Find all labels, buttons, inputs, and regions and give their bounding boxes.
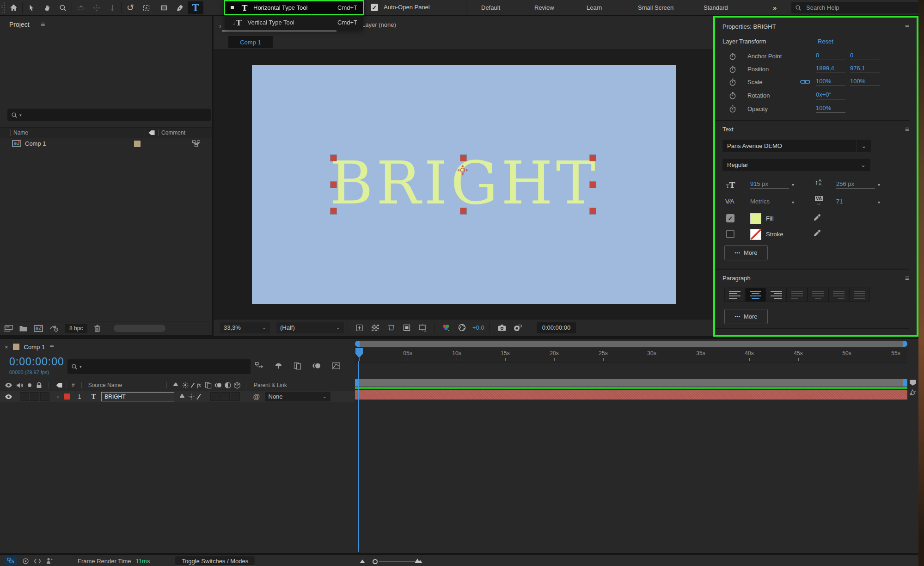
stopwatch-icon[interactable] [729, 65, 736, 73]
position-y-field[interactable]: 976,1 [850, 65, 880, 73]
collapse-transformations-icon[interactable] [182, 382, 189, 388]
selection-tool-button[interactable] [24, 1, 39, 14]
column-parent-link[interactable]: Parent & Link [254, 382, 287, 388]
exposure-value[interactable]: +0,0 [472, 324, 484, 331]
exposure-reset-button[interactable] [454, 321, 470, 334]
justify-all-button[interactable] [849, 288, 870, 302]
position-x-field[interactable]: 1899,4 [816, 65, 845, 73]
rotation-tool-button[interactable]: ↺ [122, 1, 138, 14]
font-family-chevron-button[interactable]: ⌄ [857, 140, 871, 152]
resolution-dropdown[interactable]: (Half)⌄ [276, 322, 344, 333]
stopwatch-icon[interactable] [729, 78, 736, 86]
orbit-camera-tool-button[interactable] [73, 1, 89, 14]
camera-region-tool-button[interactable] [138, 1, 154, 14]
column-name[interactable]: Name [13, 129, 28, 136]
workspace-tab-review[interactable]: Review [534, 0, 554, 15]
workspace-tab-default[interactable]: Default [481, 0, 500, 15]
timeline-tab-menu-icon[interactable]: ≡ [49, 343, 54, 351]
scale-y-field[interactable]: 100% [850, 78, 880, 86]
frame-blending-icon[interactable] [294, 362, 301, 369]
audio-cell[interactable] [20, 392, 29, 401]
toolbar-grip[interactable] [1, 2, 6, 14]
comp-selector-tab[interactable]: Comp 1 [228, 36, 273, 48]
zoom-out-mountain-icon[interactable] [359, 559, 366, 564]
stopwatch-icon[interactable] [729, 105, 736, 113]
timeline-zoom-track[interactable] [379, 561, 418, 562]
playhead-marker[interactable] [355, 348, 363, 359]
selection-handle[interactable] [590, 208, 596, 214]
dropdown-arrow-icon[interactable]: ▾ [792, 182, 794, 187]
label-color-swatch[interactable] [134, 141, 141, 147]
motion-blur-icon[interactable] [312, 362, 321, 369]
selection-handle[interactable] [460, 208, 466, 214]
column-comment[interactable]: Comment [161, 129, 185, 136]
fx-cell[interactable] [210, 392, 220, 401]
anchor-point-icon[interactable] [455, 163, 470, 178]
snapshot-button[interactable] [494, 321, 510, 334]
label-column-icon[interactable] [148, 129, 155, 136]
expand-collapse-icon[interactable] [31, 558, 43, 564]
label-column-icon[interactable] [55, 382, 63, 388]
fast-previews-button[interactable] [352, 321, 367, 334]
project-panel-menu-icon[interactable]: ≡ [41, 20, 45, 29]
selection-handle[interactable] [330, 155, 337, 161]
interpret-footage-icon[interactable] [4, 325, 13, 332]
zoom-in-mountain-icon[interactable] [414, 558, 423, 564]
fill-color-swatch[interactable] [750, 213, 761, 224]
selection-handle[interactable] [330, 208, 337, 214]
stopwatch-icon[interactable] [729, 92, 736, 99]
kerning-field[interactable]: Metrics [750, 198, 789, 206]
mini-flowchart-icon[interactable] [255, 362, 263, 369]
align-left-button[interactable] [724, 288, 745, 302]
current-time-display[interactable]: 0:00:00:00 [9, 356, 64, 368]
draft-3d-icon[interactable] [275, 362, 282, 369]
puppet-status-icon[interactable] [43, 558, 55, 564]
paragraph-section-menu-icon[interactable]: ≡ [905, 274, 909, 283]
transparency-grid-button[interactable] [367, 321, 383, 334]
help-search[interactable] [791, 2, 923, 13]
dolly-camera-tool-button[interactable] [104, 1, 120, 14]
new-composition-icon[interactable] [34, 325, 43, 332]
align-right-button[interactable] [766, 288, 787, 302]
proxy-status-icon[interactable] [19, 558, 31, 565]
pick-whip-icon[interactable]: @ [253, 393, 260, 400]
layer-quality-icon[interactable] [196, 394, 201, 400]
zoom-tool-button[interactable] [55, 1, 71, 14]
scale-x-field[interactable]: 100% [816, 78, 845, 86]
toggle-switches-button[interactable]: Toggle Switches / Modes [175, 556, 255, 566]
tab-layer-viewer[interactable]: Layer (none) [362, 21, 396, 28]
lock-cell[interactable] [40, 392, 49, 401]
menu-item-vertical-type[interactable]: ↓ T Vertical Type Tool Cmd+T [225, 15, 363, 30]
shy-icon[interactable] [172, 382, 179, 388]
audio-icon[interactable] [16, 382, 23, 388]
rectangle-tool-button[interactable] [156, 1, 172, 14]
hand-tool-button[interactable] [39, 1, 55, 14]
text-section-menu-icon[interactable]: ≡ [905, 125, 909, 134]
stroke-color-swatch[interactable] [750, 229, 761, 240]
channel-settings-button[interactable] [438, 321, 454, 334]
font-family-select[interactable]: Paris Avenue DEMO [722, 140, 861, 152]
column-source-name[interactable]: Source Name [88, 382, 122, 388]
type-tool-button[interactable]: T [188, 1, 203, 14]
comp-marker-icon[interactable] [909, 389, 916, 395]
leading-field[interactable]: 256 px [836, 180, 875, 189]
adjustment-layer-icon[interactable] [225, 382, 231, 388]
properties-panel-menu-icon[interactable]: ≡ [905, 23, 909, 31]
selection-handle[interactable] [590, 155, 596, 161]
proxy-toggle-icon[interactable] [49, 325, 58, 332]
transform-reset-link[interactable]: Reset [818, 38, 833, 45]
motion-blur-icon[interactable] [214, 382, 222, 388]
paragraph-more-button[interactable]: •••More [724, 309, 768, 324]
lock-icon[interactable] [36, 382, 42, 388]
new-folder-icon[interactable] [19, 325, 27, 332]
align-center-button[interactable] [745, 288, 766, 302]
stopwatch-icon[interactable] [729, 52, 736, 60]
font-style-select[interactable]: Regular⌄ [722, 159, 870, 171]
project-scrollbar[interactable] [114, 325, 165, 332]
menu-item-horizontal-type[interactable]: T Horizontal Type Tool Cmd+T [224, 0, 364, 15]
blend-cell[interactable] [220, 392, 230, 401]
solo-icon[interactable] [28, 383, 31, 387]
selection-handle[interactable] [590, 182, 596, 188]
region-of-interest-button[interactable] [383, 321, 399, 334]
frame-blend-column-icon[interactable] [191, 383, 195, 388]
